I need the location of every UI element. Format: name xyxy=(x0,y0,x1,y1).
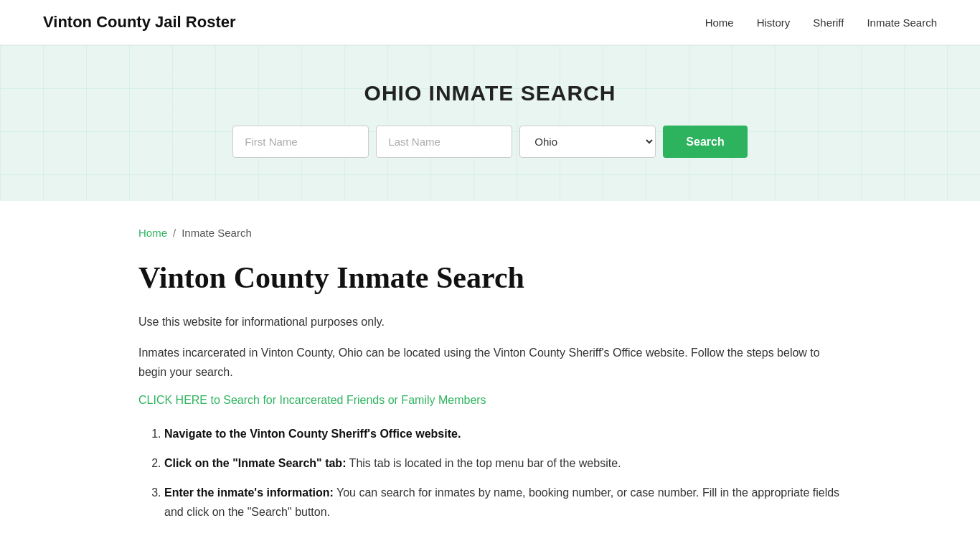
list-item: Enter the inmate's information: You can … xyxy=(164,483,842,522)
first-name-input[interactable] xyxy=(232,126,369,158)
intro-paragraph-1: Use this website for informational purpo… xyxy=(138,312,842,331)
site-header: Vinton County Jail Roster Home History S… xyxy=(0,0,980,45)
main-content: Home / Inmate Search Vinton County Inmat… xyxy=(95,201,885,551)
search-button[interactable]: Search xyxy=(663,126,747,158)
nav-home[interactable]: Home xyxy=(705,17,734,29)
page-title: Vinton County Inmate Search xyxy=(138,260,842,295)
state-select[interactable]: OhioAlabamaAlaskaArizonaArkansasCaliforn… xyxy=(519,126,656,158)
list-item: Click on the "Inmate Search" tab: This t… xyxy=(164,453,842,473)
steps-list: Navigate to the Vinton County Sheriff's … xyxy=(138,424,842,522)
breadcrumb-current: Inmate Search xyxy=(182,227,252,239)
main-nav: Home History Sheriff Inmate Search xyxy=(705,17,937,29)
list-item: Navigate to the Vinton County Sheriff's … xyxy=(164,424,842,443)
breadcrumb-separator: / xyxy=(173,227,176,239)
breadcrumb: Home / Inmate Search xyxy=(138,227,842,239)
search-form: OhioAlabamaAlaskaArizonaArkansasCaliforn… xyxy=(14,126,966,158)
breadcrumb-home[interactable]: Home xyxy=(138,227,167,239)
site-title: Vinton County Jail Roster xyxy=(43,13,236,32)
last-name-input[interactable] xyxy=(376,126,512,158)
nav-inmate-search[interactable]: Inmate Search xyxy=(867,17,937,29)
nav-sheriff[interactable]: Sheriff xyxy=(813,17,844,29)
hero-title: OHIO INMATE SEARCH xyxy=(14,81,966,105)
intro-paragraph-2: Inmates incarcerated in Vinton County, O… xyxy=(138,343,842,382)
search-link[interactable]: CLICK HERE to Search for Incarcerated Fr… xyxy=(138,394,486,407)
hero-section: OHIO INMATE SEARCH OhioAlabamaAlaskaAriz… xyxy=(0,45,980,201)
nav-history[interactable]: History xyxy=(757,17,791,29)
